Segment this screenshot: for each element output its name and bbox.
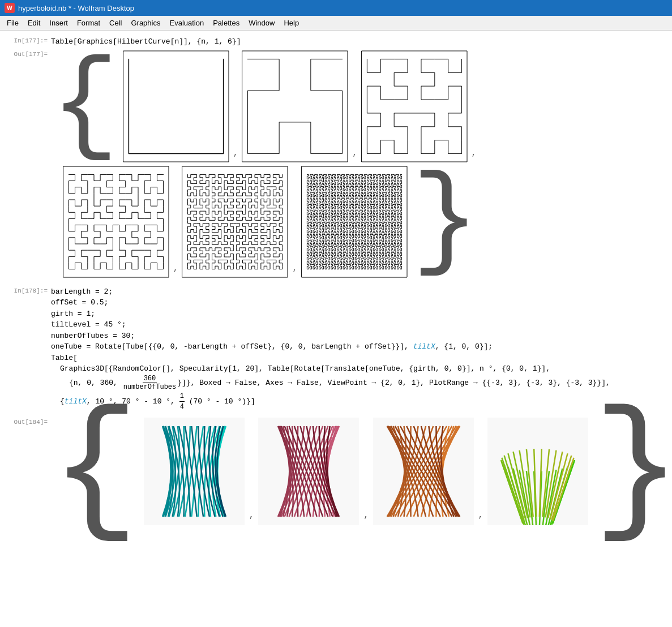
window-title: hyperboloid.nb * - Wolfram Desktop: [18, 4, 134, 12]
shape-3: [373, 418, 474, 525]
close-brace-177: }: [412, 194, 480, 250]
menu-bar: File Edit Insert Format Cell Graphics Ev…: [0, 16, 672, 31]
out-content-184: { , , , }: [51, 418, 672, 525]
shape-1: [144, 418, 245, 525]
code-bar-length: barLength = 2;: [51, 286, 661, 298]
menu-graphics[interactable]: Graphics: [126, 18, 165, 28]
code-num-tubes: numberOfTubes = 30;: [51, 330, 661, 342]
hilbert-1: [122, 50, 230, 163]
title-bar: W hyperboloid.nb * - Wolfram Desktop: [0, 0, 672, 16]
output-cell-184: Out[184]= { , , , }: [11, 418, 661, 525]
shape-2: [258, 418, 359, 525]
open-brace-184: {: [51, 442, 139, 501]
code-girth: girth = 1;: [51, 308, 661, 320]
code-n-range: {n, 0, 360, 360numberOfTubes}]}, Boxed →…: [69, 375, 661, 392]
code-graphics3d: Graphics3D[{RandomColor[], Specularity[1…: [60, 363, 661, 375]
code-tilt-level: tiltLevel = 45 °;: [51, 319, 661, 330]
code-one-tube: oneTube = Rotate[Tube[{{0, 0, -barLength…: [51, 341, 661, 353]
comma-2: ,: [352, 148, 357, 163]
hilbert-6: [301, 165, 408, 278]
comma-4: ,: [173, 264, 178, 278]
menu-palettes[interactable]: Palettes: [208, 18, 244, 28]
menu-file[interactable]: File: [2, 18, 23, 28]
comma-5: ,: [292, 264, 297, 278]
code-table-start: Table[: [51, 353, 661, 364]
shape-4: [487, 418, 588, 525]
code-tilt-range: {tiltX, 10 °, 70 ° - 10 °, 14 (70 ° - 10…: [60, 391, 661, 412]
in-code-178[interactable]: barLength = 2; offSet = 0.5; girth = 1; …: [51, 286, 661, 413]
menu-insert[interactable]: Insert: [45, 18, 72, 28]
menu-cell[interactable]: Cell: [105, 18, 126, 28]
hilbert-2: [241, 50, 349, 163]
in-label-178: In[178]:=: [11, 286, 51, 294]
comma-s2: ,: [363, 510, 368, 525]
out-label-184: Out[184]=: [11, 418, 51, 426]
in-label-177: In[177]:=: [11, 36, 51, 44]
comma-s3: ,: [478, 510, 483, 525]
open-brace-177: {: [51, 78, 119, 135]
close-brace-184: }: [593, 442, 672, 501]
code-offset: offSet = 0.5;: [51, 297, 661, 308]
in-code-177[interactable]: Table[Graphics[HilbertCurve[n]], {n, 1, …: [51, 36, 661, 48]
hilbert-3: [361, 50, 468, 163]
app-icon: W: [5, 3, 15, 13]
notebook-area: In[177]:= Table[Graphics[HilbertCurve[n]…: [0, 31, 672, 533]
menu-format[interactable]: Format: [72, 18, 105, 28]
menu-window[interactable]: Window: [244, 18, 279, 28]
out-label-177: Out[177]=: [11, 50, 51, 58]
menu-help[interactable]: Help: [279, 18, 303, 28]
hilbert-5: [181, 165, 289, 278]
out-content-177: { , , , , , }: [51, 50, 661, 278]
menu-edit[interactable]: Edit: [23, 18, 45, 28]
output-cell-177: Out[177]= { , , , , , }: [11, 50, 661, 278]
code-line-177: Table[Graphics[HilbertCurve[n]], {n, 1, …: [51, 36, 661, 48]
comma-1: ,: [233, 148, 238, 163]
hilbert-4: [62, 165, 170, 278]
comma-s1: ,: [249, 510, 254, 525]
menu-evaluation[interactable]: Evaluation: [165, 18, 208, 28]
